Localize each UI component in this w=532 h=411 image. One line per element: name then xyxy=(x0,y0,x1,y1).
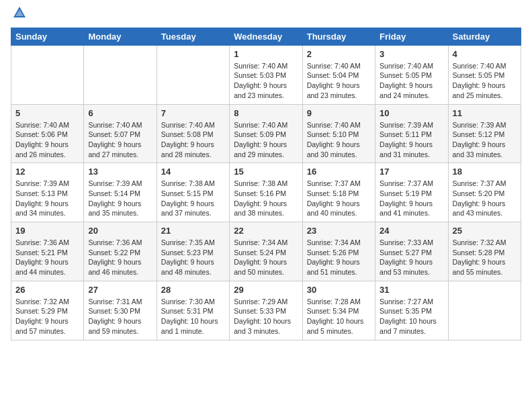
weekday-header-sunday: Sunday xyxy=(11,28,84,45)
day-number: 20 xyxy=(88,226,152,236)
day-number: 31 xyxy=(380,285,443,295)
day-info: Sunrise: 7:39 AMSunset: 5:13 PMDaylight:… xyxy=(15,179,79,218)
day-info: Sunrise: 7:40 AMSunset: 5:06 PMDaylight:… xyxy=(15,120,79,160)
weekday-header-friday: Friday xyxy=(375,28,448,45)
calendar-cell: 22Sunrise: 7:34 AMSunset: 5:24 PMDayligh… xyxy=(230,222,302,281)
day-info: Sunrise: 7:40 AMSunset: 5:04 PMDaylight:… xyxy=(307,61,371,101)
day-number: 17 xyxy=(380,167,443,177)
day-number: 1 xyxy=(234,49,298,59)
day-info: Sunrise: 7:37 AMSunset: 5:20 PMDaylight:… xyxy=(453,179,517,218)
weekday-header-monday: Monday xyxy=(84,28,157,45)
calendar-cell: 14Sunrise: 7:38 AMSunset: 5:15 PMDayligh… xyxy=(157,163,229,222)
day-number: 30 xyxy=(307,285,371,295)
calendar-cell: 28Sunrise: 7:30 AMSunset: 5:31 PMDayligh… xyxy=(157,281,229,340)
calendar-cell: 13Sunrise: 7:39 AMSunset: 5:14 PMDayligh… xyxy=(84,163,157,222)
calendar-cell xyxy=(11,45,84,104)
calendar-cell: 23Sunrise: 7:34 AMSunset: 5:26 PMDayligh… xyxy=(302,222,375,281)
calendar-cell: 15Sunrise: 7:38 AMSunset: 5:16 PMDayligh… xyxy=(230,163,302,222)
calendar-cell: 27Sunrise: 7:31 AMSunset: 5:30 PMDayligh… xyxy=(84,281,157,340)
calendar-cell: 17Sunrise: 7:37 AMSunset: 5:19 PMDayligh… xyxy=(375,163,448,222)
calendar-cell: 5Sunrise: 7:40 AMSunset: 5:06 PMDaylight… xyxy=(11,104,84,163)
day-number: 18 xyxy=(453,167,517,177)
calendar-cell xyxy=(157,45,229,104)
day-number: 13 xyxy=(88,167,152,177)
weekday-header-wednesday: Wednesday xyxy=(230,28,302,45)
calendar-cell: 3Sunrise: 7:40 AMSunset: 5:05 PMDaylight… xyxy=(375,45,448,104)
day-info: Sunrise: 7:29 AMSunset: 5:33 PMDaylight:… xyxy=(234,297,298,336)
day-info: Sunrise: 7:40 AMSunset: 5:03 PMDaylight:… xyxy=(234,61,298,101)
day-info: Sunrise: 7:40 AMSunset: 5:10 PMDaylight:… xyxy=(307,120,371,160)
day-number: 7 xyxy=(161,108,225,118)
calendar-cell: 19Sunrise: 7:36 AMSunset: 5:21 PMDayligh… xyxy=(11,222,84,281)
weekday-header-tuesday: Tuesday xyxy=(157,28,229,45)
day-number: 6 xyxy=(88,108,152,118)
day-info: Sunrise: 7:34 AMSunset: 5:24 PMDaylight:… xyxy=(234,238,298,277)
calendar-cell: 21Sunrise: 7:35 AMSunset: 5:23 PMDayligh… xyxy=(157,222,229,281)
day-number: 25 xyxy=(453,226,517,236)
calendar-cell: 7Sunrise: 7:40 AMSunset: 5:08 PMDaylight… xyxy=(157,104,229,163)
calendar-cell: 31Sunrise: 7:27 AMSunset: 5:35 PMDayligh… xyxy=(375,281,448,340)
day-number: 21 xyxy=(161,226,225,236)
day-number: 15 xyxy=(234,167,298,177)
day-info: Sunrise: 7:32 AMSunset: 5:29 PMDaylight:… xyxy=(15,297,79,336)
day-info: Sunrise: 7:39 AMSunset: 5:14 PMDaylight:… xyxy=(88,179,152,218)
calendar-cell: 11Sunrise: 7:39 AMSunset: 5:12 PMDayligh… xyxy=(448,104,521,163)
calendar-cell: 8Sunrise: 7:40 AMSunset: 5:09 PMDaylight… xyxy=(230,104,302,163)
day-info: Sunrise: 7:32 AMSunset: 5:28 PMDaylight:… xyxy=(453,238,517,277)
calendar-cell: 29Sunrise: 7:29 AMSunset: 5:33 PMDayligh… xyxy=(230,281,302,340)
day-number: 27 xyxy=(88,285,152,295)
day-number: 11 xyxy=(453,108,517,118)
calendar-cell: 30Sunrise: 7:28 AMSunset: 5:34 PMDayligh… xyxy=(302,281,375,340)
day-number: 12 xyxy=(15,167,79,177)
calendar-cell: 26Sunrise: 7:32 AMSunset: 5:29 PMDayligh… xyxy=(11,281,84,340)
day-info: Sunrise: 7:40 AMSunset: 5:07 PMDaylight:… xyxy=(88,120,152,160)
calendar-cell: 4Sunrise: 7:40 AMSunset: 5:05 PMDaylight… xyxy=(448,45,521,104)
day-number: 19 xyxy=(15,226,79,236)
calendar-cell: 16Sunrise: 7:37 AMSunset: 5:18 PMDayligh… xyxy=(302,163,375,222)
calendar-cell: 6Sunrise: 7:40 AMSunset: 5:07 PMDaylight… xyxy=(84,104,157,163)
day-number: 3 xyxy=(380,49,443,59)
logo xyxy=(11,7,27,24)
day-info: Sunrise: 7:33 AMSunset: 5:27 PMDaylight:… xyxy=(380,238,443,277)
day-number: 23 xyxy=(307,226,371,236)
day-number: 10 xyxy=(380,108,443,118)
day-number: 14 xyxy=(161,167,225,177)
calendar-cell: 9Sunrise: 7:40 AMSunset: 5:10 PMDaylight… xyxy=(302,104,375,163)
day-number: 4 xyxy=(453,49,517,59)
day-info: Sunrise: 7:30 AMSunset: 5:31 PMDaylight:… xyxy=(161,297,225,336)
calendar-week-1: 1Sunrise: 7:40 AMSunset: 5:03 PMDaylight… xyxy=(11,45,521,104)
calendar-cell: 20Sunrise: 7:36 AMSunset: 5:22 PMDayligh… xyxy=(84,222,157,281)
day-number: 29 xyxy=(234,285,298,295)
day-number: 8 xyxy=(234,108,298,118)
calendar-cell: 12Sunrise: 7:39 AMSunset: 5:13 PMDayligh… xyxy=(11,163,84,222)
day-info: Sunrise: 7:38 AMSunset: 5:16 PMDaylight:… xyxy=(234,179,298,218)
day-info: Sunrise: 7:35 AMSunset: 5:23 PMDaylight:… xyxy=(161,238,225,277)
calendar-cell: 1Sunrise: 7:40 AMSunset: 5:03 PMDaylight… xyxy=(230,45,302,104)
day-info: Sunrise: 7:40 AMSunset: 5:05 PMDaylight:… xyxy=(453,61,517,101)
day-info: Sunrise: 7:40 AMSunset: 5:05 PMDaylight:… xyxy=(380,61,443,101)
day-info: Sunrise: 7:36 AMSunset: 5:22 PMDaylight:… xyxy=(88,238,152,277)
day-number: 5 xyxy=(15,108,79,118)
day-info: Sunrise: 7:40 AMSunset: 5:08 PMDaylight:… xyxy=(161,120,225,160)
day-number: 9 xyxy=(307,108,371,118)
day-info: Sunrise: 7:34 AMSunset: 5:26 PMDaylight:… xyxy=(307,238,371,277)
weekday-header-saturday: Saturday xyxy=(448,28,521,45)
day-number: 22 xyxy=(234,226,298,236)
day-number: 28 xyxy=(161,285,225,295)
calendar-week-5: 26Sunrise: 7:32 AMSunset: 5:29 PMDayligh… xyxy=(11,281,521,340)
day-number: 26 xyxy=(15,285,79,295)
calendar-cell xyxy=(448,281,521,340)
page-header xyxy=(11,7,521,24)
logo-icon xyxy=(12,5,27,20)
day-info: Sunrise: 7:36 AMSunset: 5:21 PMDaylight:… xyxy=(15,238,79,277)
day-info: Sunrise: 7:31 AMSunset: 5:30 PMDaylight:… xyxy=(88,297,152,336)
calendar-header-row: SundayMondayTuesdayWednesdayThursdayFrid… xyxy=(11,28,521,45)
day-info: Sunrise: 7:28 AMSunset: 5:34 PMDaylight:… xyxy=(307,297,371,336)
day-info: Sunrise: 7:27 AMSunset: 5:35 PMDaylight:… xyxy=(380,297,443,336)
calendar-cell xyxy=(84,45,157,104)
day-info: Sunrise: 7:37 AMSunset: 5:19 PMDaylight:… xyxy=(380,179,443,218)
day-info: Sunrise: 7:39 AMSunset: 5:12 PMDaylight:… xyxy=(453,120,517,160)
day-info: Sunrise: 7:37 AMSunset: 5:18 PMDaylight:… xyxy=(307,179,371,218)
calendar-week-3: 12Sunrise: 7:39 AMSunset: 5:13 PMDayligh… xyxy=(11,163,521,222)
day-info: Sunrise: 7:40 AMSunset: 5:09 PMDaylight:… xyxy=(234,120,298,160)
